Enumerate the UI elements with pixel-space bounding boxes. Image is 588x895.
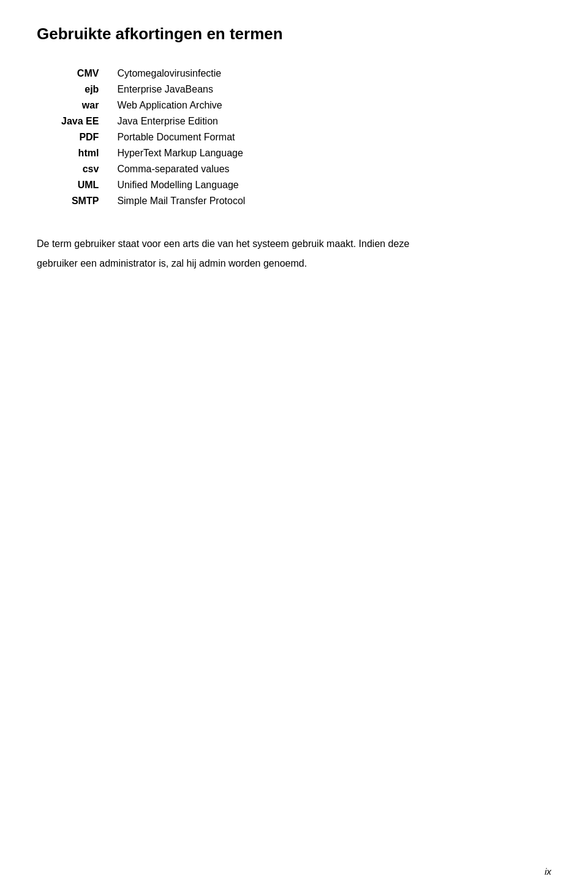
abbr-def-csv: Comma-separated values — [117, 164, 245, 180]
abbr-def-javaee: Java Enterprise Edition — [117, 116, 245, 132]
footer-text: De term gebruiker staat voor een arts di… — [37, 236, 551, 271]
abbr-term-html: html — [61, 148, 117, 164]
abbr-term-cmv: CMV — [61, 68, 117, 84]
abbr-def-war: Web Application Archive — [117, 100, 245, 116]
table-row: SMTP Simple Mail Transfer Protocol — [61, 196, 245, 211]
abbr-def-pdf: Portable Document Format — [117, 132, 245, 148]
abbreviations-table: CMV Cytomegalovirusinfectie ejb Enterpri… — [61, 68, 245, 211]
abbr-def-smtp: Simple Mail Transfer Protocol — [117, 196, 245, 211]
table-row: CMV Cytomegalovirusinfectie — [61, 68, 245, 84]
table-row: html HyperText Markup Language — [61, 148, 245, 164]
table-row: war Web Application Archive — [61, 100, 245, 116]
table-row: UML Unified Modelling Language — [61, 180, 245, 196]
abbr-term-war: war — [61, 100, 117, 116]
abbr-def-html: HyperText Markup Language — [117, 148, 245, 164]
table-row: PDF Portable Document Format — [61, 132, 245, 148]
abbr-term-javaee: Java EE — [61, 116, 117, 132]
page-title: Gebruikte afkortingen en termen — [37, 25, 551, 44]
abbr-def-uml: Unified Modelling Language — [117, 180, 245, 196]
table-row: ejb Enterprise JavaBeans — [61, 84, 245, 100]
table-row: Java EE Java Enterprise Edition — [61, 116, 245, 132]
abbr-term-ejb: ejb — [61, 84, 117, 100]
footer-line2: gebruiker een administrator is, zal hij … — [37, 256, 551, 272]
table-row: csv Comma-separated values — [61, 164, 245, 180]
abbr-term-smtp: SMTP — [61, 196, 117, 211]
abbr-def-ejb: Enterprise JavaBeans — [117, 84, 245, 100]
abbr-term-uml: UML — [61, 180, 117, 196]
abbr-def-cmv: Cytomegalovirusinfectie — [117, 68, 245, 84]
footer-line1: De term gebruiker staat voor een arts di… — [37, 236, 551, 252]
page-number: ix — [545, 866, 551, 877]
abbr-term-pdf: PDF — [61, 132, 117, 148]
abbr-term-csv: csv — [61, 164, 117, 180]
